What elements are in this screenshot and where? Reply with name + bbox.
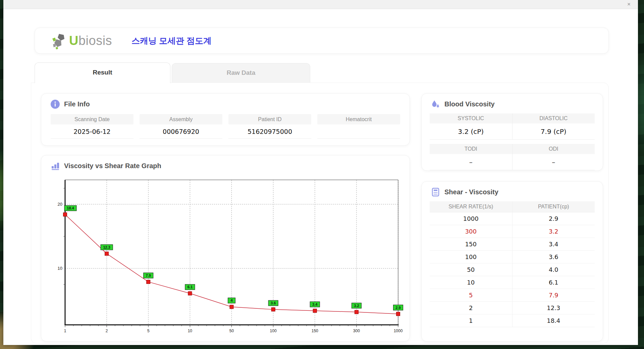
table-row-shear-1: 118.4 — [430, 314, 595, 327]
tab-result[interactable]: Result — [35, 62, 170, 83]
cell-patient-viscosity: 3.4 — [512, 238, 595, 250]
table-row-shear-1000: 10002.9 — [430, 212, 595, 225]
field-label: Patient ID — [228, 114, 311, 124]
logo-letter-u: U — [69, 34, 78, 48]
window-close-icon[interactable]: × — [625, 1, 633, 8]
data-point-label: 6.1 — [187, 285, 193, 289]
data-point-label: 7.9 — [146, 273, 151, 278]
field-label: Assembly — [140, 114, 222, 124]
shear-viscosity-title: Shear - Viscosity — [444, 188, 498, 196]
cell-patient-viscosity: 7.9 — [512, 289, 595, 301]
data-point-label: 3.2 — [354, 304, 359, 308]
ubiosis-logo: Ubiosis — [50, 32, 112, 49]
cell-shear-rate: 100 — [430, 251, 512, 263]
bv-value-odi: – — [512, 154, 595, 170]
bar-chart-icon — [51, 161, 60, 170]
logo-word-rest: biosis — [78, 34, 112, 48]
x-axis-tick-label: 2 — [106, 329, 108, 333]
x-axis-tick-label: 10 — [188, 329, 193, 333]
cell-patient-viscosity: 18.4 — [512, 314, 595, 327]
data-point-label: 12.3 — [103, 245, 110, 249]
data-point-marker — [313, 309, 317, 312]
cell-shear-rate: 50 — [430, 263, 512, 276]
x-axis-tick-label: 5 — [147, 329, 150, 333]
window-titlebar: × — [3, 0, 638, 9]
viscosity-chart-svg: 10201251050100150300100018.412.37.96.143… — [49, 176, 405, 337]
data-point-marker — [271, 308, 275, 311]
file-info-card: File Info Scanning Date2025-06-12Assembl… — [41, 93, 410, 146]
data-point-marker — [147, 280, 150, 284]
field-scanning-date: Scanning Date2025-06-12 — [51, 114, 133, 139]
data-point-marker — [188, 292, 192, 295]
y-axis-tick-label: 20 — [58, 202, 62, 207]
info-icon — [51, 100, 60, 109]
cell-patient-viscosity: 12.3 — [512, 302, 595, 314]
y-axis-tick-label: 10 — [58, 266, 62, 271]
data-point-label: 2.9 — [395, 306, 400, 310]
bv-label-diastolic: DIASTOLIC — [512, 113, 595, 123]
field-label: Scanning Date — [51, 114, 133, 124]
x-axis-tick-label: 1 — [64, 329, 66, 333]
table-row-shear-100: 1003.6 — [430, 251, 595, 263]
graph-title: Viscosity vs Shear Rate Graph — [64, 162, 161, 170]
table-row-shear-2: 212.3 — [430, 302, 595, 314]
cell-patient-viscosity: 3.2 — [512, 225, 595, 238]
field-assembly: Assembly000676920 — [140, 114, 222, 139]
data-point-label: 4 — [230, 298, 233, 302]
table-row-shear-300: 3003.2 — [430, 225, 595, 238]
app-title-korean: 스캐닝 모세관 점도계 — [131, 35, 212, 46]
shear-col-header: SHEAR RATE(1/s) — [430, 201, 512, 212]
header-card: Ubiosis 스캐닝 모세관 점도계 — [35, 28, 609, 54]
x-axis-tick-label: 1000 — [394, 329, 403, 333]
data-point-label: 3.6 — [271, 301, 276, 305]
cell-shear-rate: 5 — [430, 289, 512, 301]
bv-label-odi: ODI — [512, 144, 595, 154]
viscosity-chart: 10201251050100150300100018.412.37.96.143… — [49, 176, 405, 337]
table-row-shear-5: 57.9 — [430, 289, 595, 302]
bv-value-diastolic: 7.9 (cP) — [512, 123, 595, 140]
cell-patient-viscosity: 4.0 — [512, 263, 595, 276]
viscosity-graph-card: Viscosity vs Shear Rate Graph 1020125105… — [41, 155, 410, 342]
data-point-marker — [63, 213, 67, 216]
field-value: 2025-06-12 — [51, 124, 133, 139]
shear-col-header: PATIENT(cp) — [512, 201, 595, 212]
cell-patient-viscosity: 2.9 — [512, 212, 595, 225]
bv-label-systolic: SYSTOLIC — [430, 113, 512, 123]
field-value: 51620975000 — [228, 124, 311, 139]
data-point-marker — [230, 305, 233, 309]
blood-viscosity-grid: SYSTOLICDIASTOLIC3.2 (cP)7.9 (cP)TODIODI… — [430, 113, 595, 170]
cell-shear-rate: 10 — [430, 276, 512, 289]
data-point-marker — [396, 312, 400, 316]
app-window: × Ubiosis 스캐닝 모세관 점도계 Result Raw Data — [3, 0, 638, 345]
file-info-title: File Info — [64, 100, 90, 108]
blood-viscosity-title: Blood Viscosity — [444, 100, 495, 108]
cell-shear-rate: 300 — [430, 225, 512, 238]
ubiosis-logo-text: Ubiosis — [69, 34, 112, 48]
data-point-label: 3.4 — [312, 302, 318, 306]
cell-shear-rate: 1 — [430, 314, 512, 327]
table-row-shear-50: 504.0 — [430, 263, 595, 276]
ubiosis-logo-icon — [50, 32, 68, 49]
cell-patient-viscosity: 6.1 — [512, 276, 595, 289]
field-value — [317, 124, 400, 139]
x-axis-tick-label: 50 — [229, 329, 234, 333]
shear-table-header: SHEAR RATE(1/s)PATIENT(cp) — [430, 201, 595, 212]
x-axis-tick-label: 150 — [312, 329, 318, 333]
data-point-marker — [355, 310, 358, 314]
cell-shear-rate: 2 — [430, 302, 512, 314]
bv-value-todi: – — [430, 154, 512, 170]
tab-raw-data[interactable]: Raw Data — [172, 63, 310, 83]
shear-viscosity-card: Shear - Viscosity SHEAR RATE(1/s)PATIENT… — [421, 181, 603, 342]
shear-viscosity-table: SHEAR RATE(1/s)PATIENT(cp)10002.93003.21… — [430, 201, 595, 327]
blood-viscosity-card: Blood Viscosity SYSTOLICDIASTOLIC3.2 (cP… — [421, 93, 603, 171]
cell-shear-rate: 1000 — [430, 212, 512, 225]
bv-value-systolic: 3.2 (cP) — [430, 123, 512, 140]
field-label: Hematocrit — [317, 114, 400, 124]
cell-patient-viscosity: 3.6 — [512, 251, 595, 263]
field-patient-id: Patient ID51620975000 — [228, 114, 311, 139]
table-row-shear-150: 1503.4 — [430, 238, 595, 251]
data-point-marker — [105, 252, 109, 255]
table-row-shear-10: 106.1 — [430, 276, 595, 289]
droplets-icon — [431, 100, 440, 109]
bv-label-todi: TODI — [430, 144, 512, 154]
